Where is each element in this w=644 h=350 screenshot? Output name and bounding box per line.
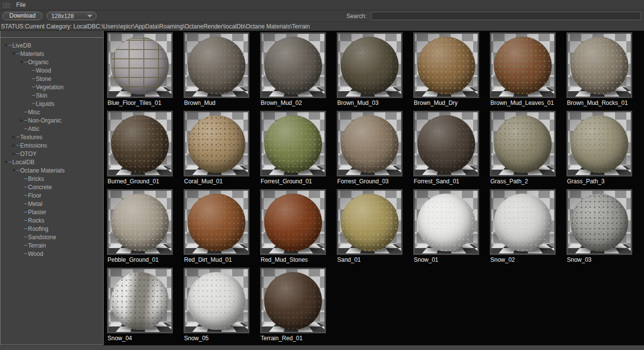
tree-item-stone[interactable]: Stone — [0, 75, 103, 83]
tree-item-label: Emissions — [20, 142, 47, 149]
material-item-brown-mud-rocks-01[interactable]: Brown_Mud_Rocks_01 — [566, 32, 632, 109]
material-item-brown-mud[interactable]: Brown_Mud — [184, 32, 249, 109]
material-preview — [184, 268, 249, 333]
material-item-brown-mud-dry[interactable]: Brown_Mud_Dry — [413, 32, 479, 109]
tree-connector — [16, 145, 20, 146]
preview-render — [568, 191, 631, 253]
collapse-arrow-icon[interactable]: ▶ — [19, 119, 24, 123]
tree-item-floor[interactable]: Floor — [0, 191, 103, 200]
tree-connector — [24, 120, 27, 121]
material-item-forrest-ground-01[interactable]: Forrest_Ground_01 — [260, 111, 326, 188]
material-item-coral-mud-01[interactable]: Coral_Mud_01 — [184, 111, 249, 188]
expand-arrow-icon[interactable]: ▼ — [11, 169, 16, 173]
material-item-snow-05[interactable]: Snow_05 — [184, 268, 249, 345]
collapse-arrow-icon[interactable]: ▶ — [11, 144, 16, 148]
tree-item-skin[interactable]: Skin — [0, 91, 103, 100]
tree-item-attic[interactable]: Attic — [0, 125, 103, 133]
material-sphere — [417, 194, 475, 251]
tree-connector — [24, 195, 27, 196]
material-preview — [566, 189, 632, 255]
collapse-arrow-icon[interactable]: ▶ — [11, 135, 16, 139]
material-item-snow-02[interactable]: Snow_02 — [490, 189, 556, 266]
preview-render — [415, 191, 478, 253]
tree-item-bricks[interactable]: Bricks — [0, 175, 103, 183]
preview-render — [491, 191, 554, 253]
expand-arrow-icon[interactable]: ▼ — [3, 160, 8, 164]
tree-item-plaster[interactable]: Plaster — [0, 208, 103, 216]
tree-item-organic[interactable]: ▼Organic — [0, 58, 103, 66]
download-button[interactable]: Download — [2, 12, 42, 20]
menu-file[interactable]: File — [16, 1, 26, 8]
tree-item-sandstone[interactable]: Sandstone — [0, 233, 103, 241]
preview-render — [568, 112, 631, 175]
tree-item-liquids[interactable]: Liquids — [0, 100, 103, 108]
material-item-brown-mud-03[interactable]: Brown_Mud_03 — [337, 32, 402, 109]
material-preview — [260, 268, 326, 333]
material-item-brown-mud-02[interactable]: Brown_Mud_02 — [260, 32, 326, 109]
material-item-burned-ground-01[interactable]: Burned_Ground_01 — [107, 111, 173, 188]
tree-item-label: LiveDB — [12, 42, 31, 49]
tree-item-label: Plaster — [28, 209, 46, 216]
material-item-red-dirt-mud-01[interactable]: Red_Dirt_Mud_01 — [184, 189, 249, 266]
tree-item-label: LocalDB — [12, 159, 34, 166]
material-name: Snow_05 — [184, 333, 249, 345]
material-name: Snow_04 — [107, 333, 173, 345]
tree-item-metal[interactable]: Metal — [0, 200, 103, 208]
tree-item-non-organic[interactable]: ▶Non-Organic — [0, 116, 103, 125]
material-sphere — [494, 115, 552, 173]
expand-arrow-icon[interactable]: ▼ — [19, 60, 24, 64]
tree-item-vegetation[interactable]: Vegetation — [0, 83, 103, 91]
status-text: STATUS:Current Category: LocalDBC:\Users… — [1, 23, 310, 30]
material-item-grass-path-3[interactable]: Grass_Path_3 — [566, 111, 632, 188]
tree-item-misc[interactable]: Misc — [0, 108, 103, 116]
tree-item-textures[interactable]: ▶Textures — [0, 133, 103, 141]
tree-item-otoy[interactable]: ▶OTOY — [0, 150, 103, 158]
tree-item-emissions[interactable]: ▶Emissions — [0, 141, 103, 150]
tree-item-label: Bricks — [28, 175, 44, 182]
collapse-arrow-icon[interactable]: ▶ — [11, 152, 16, 156]
material-sphere — [264, 272, 322, 330]
tree-item-label: Octane Materials — [20, 167, 65, 174]
material-item-sand-01[interactable]: Sand_01 — [337, 189, 402, 266]
material-sphere — [111, 272, 169, 330]
tree-connector — [24, 128, 27, 129]
material-preview — [107, 111, 173, 176]
material-item-pebble-ground-01[interactable]: Pebble_Ground_01 — [107, 189, 173, 266]
material-item-blue-floor-tiles-01[interactable]: Blue_Floor_Tiles_01 — [107, 32, 173, 109]
material-name: Snow_03 — [566, 255, 632, 266]
material-name: Red_Dirt_Mud_01 — [184, 255, 249, 266]
material-item-snow-04[interactable]: Snow_04 — [107, 268, 173, 345]
tree-item-roofing[interactable]: Roofing — [0, 225, 103, 233]
material-item-terrain-red-01[interactable]: Terrain_Red_01 — [260, 268, 326, 345]
tree-connector — [24, 245, 27, 246]
tree-item-livedb[interactable]: ▼LiveDB — [0, 41, 103, 50]
thumbnail-size-dropdown[interactable]: 128x128 — [47, 12, 97, 20]
tree-item-label: Wood — [28, 250, 43, 257]
tree-item-terrain[interactable]: Terrain — [0, 241, 103, 250]
material-item-grass-path-2[interactable]: Grass_Path_2 — [490, 111, 556, 188]
tree-item-localdb[interactable]: ▼LocalDB — [0, 158, 103, 166]
octane-livedb-window: File Download 128x128 Search: STATUS:Cur… — [0, 0, 644, 350]
material-name: Snow_02 — [490, 255, 556, 266]
tree-item-rocks[interactable]: Rocks — [0, 216, 103, 225]
material-sphere — [341, 115, 399, 173]
material-item-forrest-ground-03[interactable]: Forrest_Ground_03 — [337, 111, 402, 188]
material-item-brown-mud-leaves-01[interactable]: Brown_Mud_Leaves_01 — [490, 32, 556, 109]
tree-item-wood[interactable]: Wood — [0, 66, 103, 75]
material-preview — [337, 32, 402, 98]
expand-arrow-icon[interactable]: ▼ — [11, 52, 16, 56]
search-input[interactable] — [371, 12, 641, 20]
material-item-snow-01[interactable]: Snow_01 — [413, 189, 479, 266]
material-sphere — [341, 37, 399, 95]
tree-item-octane-materials[interactable]: ▼Octane Materials — [0, 166, 103, 175]
tree-item-wood[interactable]: Wood — [0, 250, 103, 258]
material-item-snow-03[interactable]: Snow_03 — [566, 189, 632, 266]
expand-arrow-icon[interactable]: ▼ — [3, 44, 8, 48]
material-item-forrest-sand-01[interactable]: Forrest_Sand_01 — [413, 111, 479, 188]
material-sphere — [111, 194, 169, 251]
tree-item-label: Textures — [20, 134, 42, 141]
tree-item-concrete[interactable]: Concrete — [0, 183, 103, 191]
bottom-bar — [0, 345, 644, 350]
tree-item-materials[interactable]: ▼Materials — [0, 50, 103, 58]
material-item-red-mud-stones[interactable]: Red_Mud_Stones — [260, 189, 326, 266]
